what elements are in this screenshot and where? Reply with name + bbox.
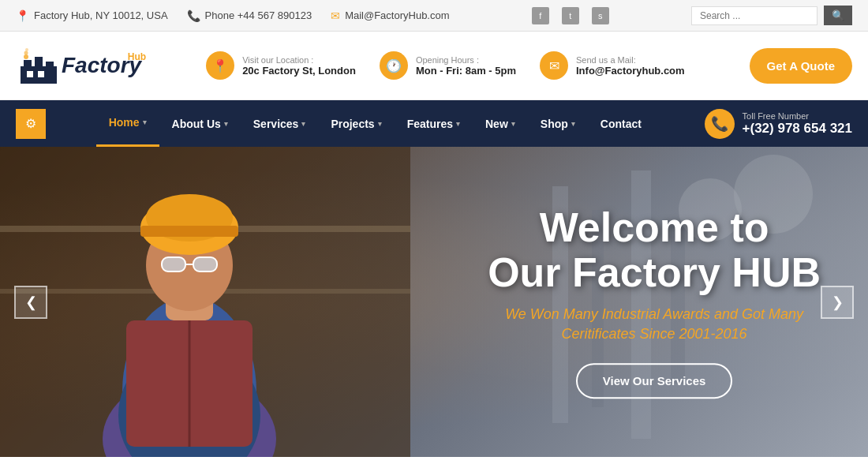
svg-rect-2	[35, 57, 43, 68]
view-services-button[interactable]: View Our Services	[576, 363, 733, 399]
hero-subtitle: We Won Many Industrial Awards and Got Ma…	[488, 305, 821, 344]
chevron-icon: ▾	[511, 120, 515, 128]
email-icon: ✉	[331, 9, 340, 22]
chevron-icon: ▾	[224, 120, 228, 128]
svg-rect-4	[27, 71, 33, 77]
hero-content: Welcome to Our Factory HUB We Won Many I…	[488, 205, 821, 399]
hero-title-line2: Our Factory HUB	[488, 250, 821, 295]
chevron-icon: ▾	[378, 120, 382, 128]
facebook-icon[interactable]: f	[532, 7, 549, 24]
phone-text: Phone +44 567 890123	[205, 9, 312, 21]
top-bar: 📍 Factory Hub, NY 10012, USA 📞 Phone +44…	[0, 0, 868, 32]
location-icon: 📍	[16, 9, 29, 22]
svg-rect-27	[193, 257, 217, 271]
hero-section: Welcome to Our Factory HUB We Won Many I…	[0, 147, 868, 457]
svg-point-8	[25, 48, 28, 51]
nav-phone-icon: 📞	[705, 109, 735, 139]
header-mail-text: Send us a Mail: Info@Factoryhub.com	[576, 55, 685, 77]
nav-item-features[interactable]: Features ▾	[395, 102, 473, 146]
settings-button[interactable]: ⚙	[16, 109, 46, 139]
chevron-icon: ▾	[143, 118, 147, 126]
nav-item-new[interactable]: New ▾	[473, 102, 528, 146]
worker-svg	[0, 147, 410, 457]
nav-item-services[interactable]: Services ▾	[241, 102, 319, 146]
chevron-icon: ▾	[456, 120, 460, 128]
search-input[interactable]	[691, 6, 817, 25]
svg-point-7	[24, 51, 28, 55]
logo-icon	[16, 43, 62, 88]
phone-number: +(32) 978 654 321	[743, 121, 852, 137]
location-label: Visit our Location :	[242, 55, 356, 65]
svg-rect-3	[46, 62, 54, 68]
email-text: Mail@FactoryHub.com	[345, 9, 449, 21]
nav-phone: 📞 Toll Free Number +(32) 978 654 321	[705, 109, 852, 139]
svg-rect-26	[162, 257, 185, 271]
nav-phone-text: Toll Free Number +(32) 978 654 321	[743, 111, 852, 137]
search-area: 🔍	[691, 6, 852, 25]
top-bar-phone: 📞 Phone +44 567 890123	[187, 9, 312, 22]
svg-rect-5	[38, 71, 44, 77]
header-hours-text: Opening Hours : Mon - Fri: 8am - 5pm	[416, 55, 516, 77]
phone-icon: 📞	[187, 9, 200, 22]
social-links: f t s	[532, 7, 609, 24]
hours-value: Mon - Fri: 8am - 5pm	[416, 65, 516, 77]
nav-item-shop[interactable]: Shop ▾	[528, 102, 588, 146]
location-text: Factory Hub, NY 10012, USA	[34, 9, 168, 21]
chevron-icon: ▾	[301, 120, 305, 128]
top-bar-email: ✉ Mail@FactoryHub.com	[331, 9, 449, 22]
logo[interactable]: Hub Factory	[16, 43, 141, 88]
header-clock-icon: 🕐	[380, 51, 408, 80]
hero-worker-area	[0, 147, 410, 457]
skype-icon[interactable]: s	[592, 7, 609, 24]
nav-item-contact[interactable]: Contact	[588, 102, 654, 146]
header-location: 📍 Visit our Location : 20c Factory St, L…	[206, 51, 356, 80]
quote-button[interactable]: Get A Quote	[750, 48, 852, 84]
nav-item-about-us[interactable]: About Us ▾	[159, 102, 241, 146]
header-mail-icon: ✉	[540, 51, 568, 80]
header-hours: 🕐 Opening Hours : Mon - Fri: 8am - 5pm	[380, 51, 516, 80]
mail-label: Send us a Mail:	[576, 55, 685, 65]
hero-title-line1: Welcome to	[488, 205, 821, 250]
twitter-icon[interactable]: t	[562, 7, 579, 24]
nav-item-home[interactable]: Home ▾	[96, 100, 159, 147]
header-location-icon: 📍	[206, 51, 234, 80]
svg-rect-1	[24, 60, 32, 68]
search-button[interactable]: 🔍	[824, 6, 852, 25]
header-mail: ✉ Send us a Mail: Info@Factoryhub.com	[540, 51, 685, 80]
header-location-text: Visit our Location : 20c Factory St, Lon…	[242, 55, 356, 77]
chevron-icon: ▾	[571, 120, 575, 128]
header-info: 📍 Visit our Location : 20c Factory St, L…	[206, 51, 685, 80]
top-bar-location: 📍 Factory Hub, NY 10012, USA	[16, 9, 168, 22]
svg-point-6	[24, 54, 28, 59]
logo-name: Hub Factory	[62, 53, 141, 77]
hours-label: Opening Hours :	[416, 55, 516, 65]
next-slide-button[interactable]: ❯	[821, 286, 854, 319]
logo-hub: Hub	[128, 51, 146, 62]
prev-slide-button[interactable]: ❮	[14, 286, 47, 319]
nav-item-projects[interactable]: Projects ▾	[318, 102, 394, 146]
settings-icon: ⚙	[25, 116, 36, 131]
navigation: ⚙ Home ▾About Us ▾Services ▾Projects ▾Fe…	[0, 100, 868, 147]
svg-rect-31	[140, 226, 238, 237]
header: Hub Factory 📍 Visit our Location : 20c F…	[0, 32, 868, 100]
logo-text-wrap: Hub Factory	[62, 53, 141, 78]
mail-value: Info@Factoryhub.com	[576, 65, 685, 77]
location-value: 20c Factory St, London	[242, 65, 356, 77]
top-bar-left: 📍 Factory Hub, NY 10012, USA 📞 Phone +44…	[16, 9, 450, 22]
hero-title: Welcome to Our Factory HUB	[488, 205, 821, 295]
nav-links: Home ▾About Us ▾Services ▾Projects ▾Feat…	[96, 100, 654, 147]
phone-label: Toll Free Number	[743, 111, 852, 121]
